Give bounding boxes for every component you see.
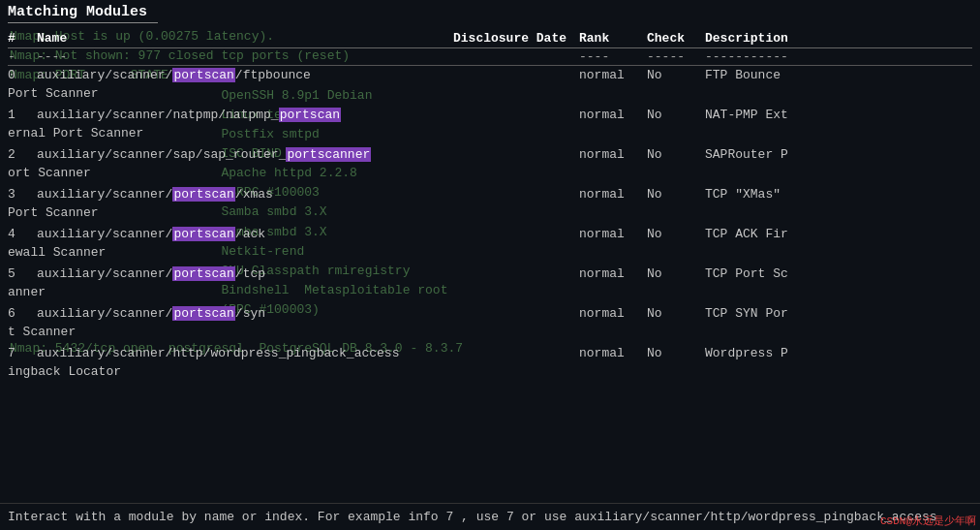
subheader-name: ---- (37, 49, 453, 64)
bottom-text-1: Interact with a module by name or index.… (8, 510, 408, 524)
header-rank: Rank (579, 31, 647, 46)
row-3-check: No (647, 185, 705, 204)
row-7-check: No (647, 344, 705, 363)
row-7-overflow: ingback Locator (8, 363, 972, 382)
row-2-date (453, 145, 579, 165)
bottom-text-3: or (522, 510, 544, 524)
table-header-row: # Name Disclosure Date Rank Check Descri… (8, 27, 972, 48)
row-2-check: No (647, 145, 705, 165)
row-0-date (453, 66, 579, 85)
row-2-num: 2 (8, 145, 37, 165)
row-0-desc: FTP Bounce (705, 66, 972, 85)
bottom-text-2: , (461, 510, 476, 524)
row-4-rank: normal (579, 225, 647, 244)
row-4-num: 4 (8, 225, 37, 244)
row-5-overflow: anner (8, 284, 972, 302)
row-1-num: 1 (8, 106, 37, 125)
row-5-name: auxiliary/scanner/portscan/tcp (37, 265, 453, 284)
row-5-num: 5 (8, 265, 37, 284)
row-6-date (453, 304, 579, 324)
row-0-overflow: Port Scanner (8, 85, 972, 104)
row-7-desc: Wordpress P (705, 344, 972, 363)
row-6-desc: TCP SYN Por (705, 304, 972, 324)
bottom-cmd1[interactable]: info 7 (408, 510, 453, 524)
row-4-check: No (647, 225, 705, 244)
row-4-desc: TCP ACK Fir (705, 225, 972, 244)
table-row: 5 auxiliary/scanner/portscan/tcp normal … (8, 265, 972, 304)
row-2-desc: SAPRouter P (705, 145, 972, 165)
row-1-check: No (647, 106, 705, 125)
row-3-rank: normal (579, 185, 647, 204)
row-3-name: auxiliary/scanner/portscan/xmas (37, 185, 453, 204)
row-4-date (453, 225, 579, 244)
header-check: Check (647, 31, 705, 46)
bottom-cmd2[interactable]: use 7 (476, 510, 514, 524)
row-3-overflow: Port Scanner (8, 204, 972, 223)
results-table: # Name Disclosure Date Rank Check Descri… (0, 27, 980, 384)
row-2-rank: normal (579, 145, 647, 165)
row-1-rank: normal (579, 106, 647, 125)
row-0-rank: normal (579, 66, 647, 85)
watermark: CSDN@永远是少年啊 (880, 514, 976, 528)
table-row: 2 auxiliary/scanner/sap/sap_router_ports… (8, 145, 972, 185)
row-1-overflow: ernal Port Scanner (8, 125, 972, 143)
table-row: 3 auxiliary/scanner/portscan/xmas normal… (8, 185, 972, 225)
row-7-rank: normal (579, 344, 647, 363)
row-3-desc: TCP "XMas" (705, 185, 972, 204)
table-row: 1 auxiliary/scanner/natpmp/natpmp_portsc… (8, 106, 972, 145)
table-row: 7 auxiliary/scanner/http/wordpress_pingb… (8, 344, 972, 384)
row-0-name: auxiliary/scanner/portscan/ftpbounce (37, 66, 453, 85)
title-underline (8, 22, 158, 23)
subheader-rank: ---- (579, 49, 647, 64)
header-date: Disclosure Date (453, 31, 579, 46)
row-5-date (453, 265, 579, 284)
row-0-num: 0 (8, 66, 37, 85)
subheader-desc: ----------- (705, 49, 972, 64)
row-5-check: No (647, 265, 705, 284)
row-4-name: auxiliary/scanner/portscan/ack (37, 225, 453, 244)
row-7-num: 7 (8, 344, 37, 363)
row-1-desc: NAT-PMP Ext (705, 106, 972, 125)
table-subheader-row: - ---- ---- ----- ----------- (8, 48, 972, 66)
row-3-num: 3 (8, 185, 37, 204)
row-6-overflow: t Scanner (8, 324, 972, 342)
header-num: # (8, 31, 37, 46)
table-row: 0 auxiliary/scanner/portscan/ftpbounce n… (8, 66, 972, 106)
subheader-num: - (8, 49, 37, 64)
row-3-date (453, 185, 579, 204)
row-1-name: auxiliary/scanner/natpmp/natpmp_portscan (37, 106, 453, 125)
row-6-check: No (647, 304, 705, 324)
row-7-name: auxiliary/scanner/http/wordpress_pingbac… (37, 344, 453, 363)
table-row: 6 auxiliary/scanner/portscan/syn normal … (8, 304, 972, 344)
matching-modules-panel: Matching Modules # Name Disclosure Date … (0, 0, 980, 530)
row-5-rank: normal (579, 265, 647, 284)
row-2-name: auxiliary/scanner/sap/sap_router_portsca… (37, 145, 453, 165)
table-row: 4 auxiliary/scanner/portscan/ack normal … (8, 225, 972, 265)
row-1-date (453, 106, 579, 125)
row-6-rank: normal (579, 304, 647, 324)
header-desc: Description (705, 31, 972, 46)
row-7-date (453, 344, 579, 363)
bottom-cmd3[interactable]: use auxiliary/scanner/http/wordpress_pin… (544, 510, 937, 524)
row-6-num: 6 (8, 304, 37, 324)
terminal: Nmap scan report for 192.168.196.11 Nmap… (0, 0, 980, 530)
row-5-desc: TCP Port Sc (705, 265, 972, 284)
row-2-overflow: ort Scanner (8, 165, 972, 183)
bottom-bar: Interact with a module by name or index.… (0, 503, 980, 530)
subheader-check: ----- (647, 49, 705, 64)
header-name: Name (37, 31, 453, 46)
subheader-date (453, 49, 579, 64)
row-4-overflow: ewall Scanner (8, 244, 972, 263)
row-6-name: auxiliary/scanner/portscan/syn (37, 304, 453, 324)
row-0-check: No (647, 66, 705, 85)
panel-title: Matching Modules (0, 0, 980, 22)
